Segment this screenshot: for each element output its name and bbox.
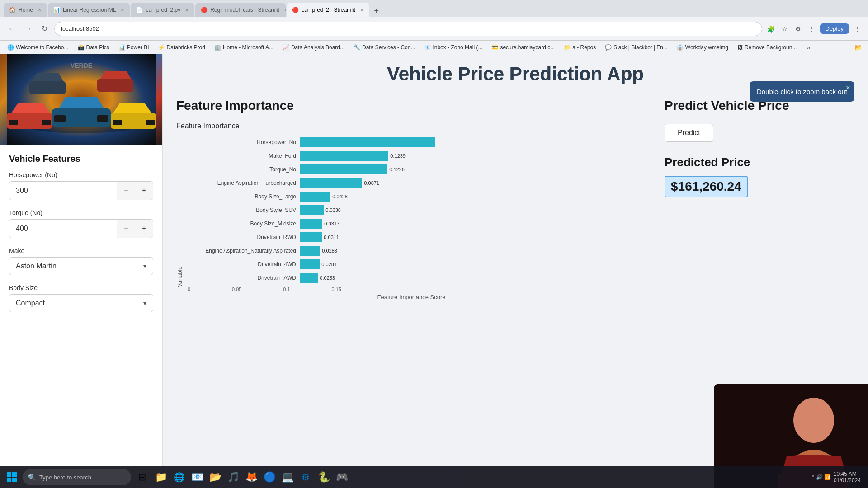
bookmark-data-analysis[interactable]: 📈 Data Analysis Board... [280, 43, 347, 52]
taskbar-windows-icon[interactable] [4, 469, 20, 485]
taskbar-game[interactable]: 🎮 [334, 469, 350, 485]
predict-button[interactable]: Predict [665, 124, 713, 142]
predicted-price-label: Predicted Price [665, 155, 854, 169]
taskbar-chrome[interactable]: 🌐 [171, 469, 187, 485]
bar-label-6: Body Size_Midsize [188, 221, 296, 227]
tab-close-regr[interactable]: ✕ [284, 7, 286, 13]
tab-bar: 🏠 Home ✕ 📊 Linear Regression ML ✕ 📄 car_… [0, 0, 868, 17]
taskbar-python[interactable]: 🐍 [316, 469, 332, 485]
bookmark-facebook[interactable]: 🌐 Welcome to Facebo... [5, 43, 71, 52]
taskbar-task-view[interactable]: ⊞ [134, 469, 150, 485]
bookmark-remove-bg[interactable]: 🖼 Remove Backgroun... [735, 43, 799, 52]
tab-home[interactable]: 🏠 Home ✕ [4, 3, 47, 17]
svg-rect-11 [29, 81, 66, 94]
settings-icon[interactable]: ⚙ [793, 23, 804, 34]
horsepower-input[interactable]: 300 − + [9, 181, 153, 200]
deploy-button[interactable]: Deploy [820, 23, 849, 34]
bar-value-4: 0.0428 [332, 194, 348, 199]
bookmark-microsoft[interactable]: 🏢 Home - Microsoft A... [212, 43, 276, 52]
body-size-select[interactable]: Compact ▾ [9, 294, 153, 312]
bookmarks-bar: 🌐 Welcome to Facebo... 📸 Data Pics 📊 Pow… [0, 41, 868, 54]
bar-row-1: Make_Ford0.1239 [188, 151, 646, 161]
vehicle-features-title: Vehicle Features [9, 154, 153, 164]
bookmark-datapics[interactable]: 📸 Data Pics [75, 43, 112, 52]
bar-label-9: Drivetrain_4WD [188, 261, 296, 267]
bookmark-powerbi[interactable]: 📊 Power BI [116, 43, 152, 52]
tab-label: Regr_model_cars - Streamlit [210, 7, 279, 13]
tooltip-close-button[interactable]: ✕ [845, 84, 851, 91]
tab-close-py[interactable]: ✕ [185, 7, 189, 13]
taskbar-search[interactable]: 🔍 Type here to search [23, 469, 131, 485]
more-icon[interactable]: ⋮ [852, 23, 863, 34]
tab-label: car_pred_2 - Streamlit [302, 7, 355, 13]
star-icon[interactable]: ☆ [779, 23, 790, 34]
main-area: ✕ [0, 54, 868, 488]
tab-regr-model[interactable]: 🔴 Regr_model_cars - Streamlit ✕ [195, 3, 286, 17]
bar-track-8: 0.0283 [300, 246, 646, 256]
bar-track-3: 0.0871 [300, 178, 646, 188]
bar-value-3: 0.0871 [364, 180, 379, 186]
taskbar-terminal[interactable]: 💻 [279, 469, 296, 485]
bar-track-9: 0.0281 [300, 259, 646, 269]
bookmark-workday[interactable]: 👔 Workday wmeimg [674, 43, 731, 52]
bar-row-7: Drivetrain_RWD0.0311 [188, 232, 646, 242]
bar-track-2: 0.1226 [300, 164, 646, 174]
bookmark-repos[interactable]: 📁 a - Repos [561, 43, 599, 52]
taskbar-vscode[interactable]: ⚙ [297, 469, 314, 485]
tab-car-pred-py[interactable]: 📄 car_pred_2.py ✕ [131, 3, 194, 17]
bookmark-databricks[interactable]: ⚡ Databricks Prod [156, 43, 208, 52]
horsepower-decrement[interactable]: − [117, 182, 135, 200]
torque-decrement[interactable]: − [117, 220, 135, 238]
bar-fill-10: 0.0253 [300, 273, 318, 283]
taskbar-outlook[interactable]: 📧 [189, 469, 205, 485]
feature-importance-chart: Variable Horsepower_NoMake_Ford0.1239Tor… [176, 137, 646, 292]
bookmark-zoho[interactable]: 📧 Inbox - Zoho Mail (... [421, 43, 485, 52]
taskbar-app1[interactable]: 🔵 [261, 469, 278, 485]
make-select[interactable]: Aston Martin ▾ [9, 257, 153, 275]
bookmark-data-services[interactable]: 🔧 Data Services - Con... [351, 43, 418, 52]
bar-row-10: Drivetrain_AWD0.0253 [188, 273, 646, 283]
tab-close-linear[interactable]: ✕ [120, 7, 124, 13]
bar-fill-4: 0.0428 [300, 192, 330, 202]
svg-rect-18 [12, 472, 17, 477]
taskbar-firefox[interactable]: 🦊 [243, 469, 259, 485]
system-tray-icons: ^ 🔊 📶 [812, 474, 831, 480]
chevron-down-icon-2: ▾ [143, 300, 146, 307]
menu-icon[interactable]: ⋮ [807, 23, 817, 34]
tab-label: car_pred_2.py [146, 7, 180, 13]
torque-increment[interactable]: + [135, 220, 153, 238]
back-button[interactable]: ← [5, 23, 18, 35]
bookmarks-more[interactable]: » [803, 42, 814, 53]
bookmark-slack[interactable]: 💬 Slack | Slackbot | En... [602, 43, 670, 52]
taskbar-pinned-icons: 📁 🌐 📧 📂 🎵 🦊 🔵 💻 ⚙ 🐍 🎮 [153, 469, 350, 485]
new-tab-button[interactable]: + [370, 5, 383, 17]
extensions-icon[interactable]: 🧩 [766, 23, 777, 34]
tab-close-active[interactable]: ✕ [360, 7, 364, 13]
bookmarks-folder[interactable]: 📂 [853, 42, 863, 53]
bar-row-3: Engine Aspiration_Turbocharged0.0871 [188, 178, 646, 188]
bar-track-7: 0.0311 [300, 232, 646, 242]
tab-label: Home [19, 7, 33, 13]
forward-button[interactable]: → [22, 23, 34, 35]
taskbar-search-text: Type here to search [39, 474, 91, 481]
bar-value-9: 0.0281 [321, 262, 337, 267]
bar-label-0: Horsepower_No [188, 139, 296, 145]
reload-button[interactable]: ↻ [38, 23, 51, 35]
bookmark-barclaycard[interactable]: 💳 secure.barclaycard.c... [489, 43, 557, 52]
bar-label-8: Engine Aspiration_Naturally Aspirated [188, 248, 296, 254]
horsepower-value[interactable]: 300 [9, 182, 117, 199]
taskbar-media[interactable]: 🎵 [225, 469, 241, 485]
taskbar-files[interactable]: 📂 [207, 469, 223, 485]
tab-close-home[interactable]: ✕ [38, 7, 42, 13]
taskbar-explorer[interactable]: 📁 [153, 469, 169, 485]
tab-linear-reg[interactable]: 📊 Linear Regression ML ✕ [48, 3, 130, 17]
bar-fill-1: 0.1239 [300, 151, 388, 161]
torque-input[interactable]: 400 − + [9, 219, 153, 238]
tab-car-pred-streamlit[interactable]: 🔴 car_pred_2 - Streamlit ✕ [287, 3, 369, 17]
zoom-tooltip: ✕ Double-click to zoom back out [750, 81, 854, 102]
content-grid: Feature Importance Feature Importance Va… [176, 99, 854, 300]
horsepower-increment[interactable]: + [135, 182, 153, 200]
tab-favicon: 📊 [53, 7, 60, 13]
torque-value[interactable]: 400 [9, 220, 117, 237]
address-input[interactable]: localhost:8502 [54, 22, 762, 36]
